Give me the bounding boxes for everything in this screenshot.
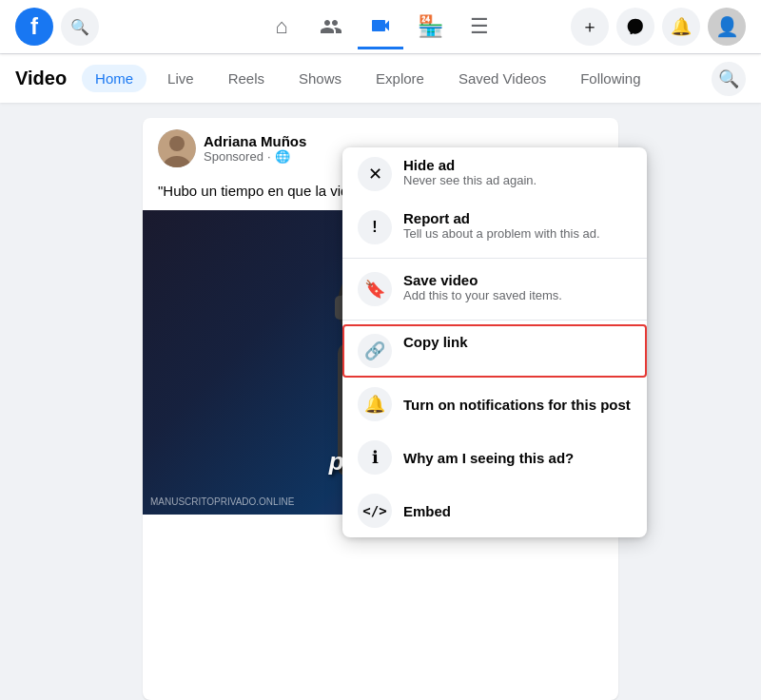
video-nav-button[interactable] — [358, 4, 403, 49]
svg-point-1 — [169, 136, 185, 151]
create-button[interactable]: ＋ — [571, 8, 609, 46]
report-ad-icon: ! — [358, 210, 392, 244]
user-name: Adriana Muños — [204, 133, 306, 149]
user-details: Adriana Muños Sponsored · 🌐 — [204, 133, 306, 164]
why-ad-icon: ℹ — [358, 440, 392, 475]
nav-right: ＋ 🔔 👤 — [556, 8, 746, 46]
nav-left: f 🔍 — [15, 8, 205, 46]
post-user-avatar — [158, 129, 196, 167]
tab-shows[interactable]: Shows — [285, 65, 355, 92]
main-content: Adriana Muños Sponsored · 🌐 ··· "Hubo un… — [0, 103, 761, 700]
tab-reels[interactable]: Reels — [215, 65, 278, 92]
menu-nav-button[interactable]: ☰ — [457, 4, 502, 49]
hide-ad-subtitle: Never see this ad again. — [403, 173, 537, 187]
embed-icon: </> — [358, 494, 392, 528]
report-ad-title: Report ad — [403, 210, 600, 226]
post-user-info: Adriana Muños Sponsored · 🌐 — [158, 129, 306, 167]
save-video-icon: 🔖 — [358, 272, 392, 306]
embed-menu-item[interactable]: </> Embed — [342, 484, 647, 537]
tab-following[interactable]: Following — [567, 65, 654, 92]
copy-link-icon: 🔗 — [358, 334, 392, 368]
hide-ad-icon: ✕ — [358, 157, 392, 191]
video-page-title: Video — [15, 68, 67, 89]
why-ad-menu-item[interactable]: ℹ Why am I seeing this ad? — [342, 431, 647, 484]
save-video-title: Save video — [403, 272, 562, 288]
why-ad-title: Why am I seeing this ad? — [403, 450, 574, 466]
save-video-subtitle: Add this to your saved items. — [403, 288, 562, 302]
notification-button[interactable]: 🔔 — [662, 8, 700, 46]
friends-nav-button[interactable] — [308, 4, 354, 49]
tab-search-button[interactable]: 🔍 — [712, 62, 746, 96]
home-nav-button[interactable]: ⌂ — [259, 4, 304, 49]
divider-2 — [342, 320, 647, 321]
hide-ad-menu-item[interactable]: ✕ Hide ad Never see this ad again. — [342, 147, 647, 201]
video-tabs-bar: Video Home Live Reels Shows Explore Save… — [0, 53, 761, 103]
sponsored-label: Sponsored — [204, 149, 263, 164]
tab-explore[interactable]: Explore — [362, 65, 438, 92]
hide-ad-title: Hide ad — [403, 157, 537, 173]
tab-home[interactable]: Home — [82, 65, 146, 92]
facebook-logo[interactable]: f — [15, 8, 53, 46]
messenger-button[interactable] — [616, 8, 654, 46]
notifications-title: Turn on notifications for this post — [403, 397, 631, 413]
notifications-icon: 🔔 — [358, 387, 392, 421]
separator-dot: · — [267, 149, 271, 164]
copy-link-title: Copy link — [403, 334, 468, 350]
top-navigation: f 🔍 ⌂ 🏪 ☰ ＋ 🔔 👤 — [0, 0, 761, 53]
marketplace-nav-button[interactable]: 🏪 — [407, 4, 453, 49]
report-ad-menu-item[interactable]: ! Report ad Tell us about a problem with… — [342, 201, 647, 254]
tab-saved-videos[interactable]: Saved Videos — [445, 65, 559, 92]
save-video-menu-item[interactable]: 🔖 Save video Add this to your saved item… — [342, 262, 647, 316]
notifications-menu-item[interactable]: 🔔 Turn on notifications for this post — [342, 378, 647, 431]
copy-link-menu-item[interactable]: 🔗 Copy link — [342, 324, 647, 378]
divider-1 — [342, 258, 647, 259]
dropdown-menu: ✕ Hide ad Never see this ad again. ! Rep… — [342, 147, 647, 537]
nav-center: ⌂ 🏪 ☰ — [205, 4, 556, 49]
search-button[interactable]: 🔍 — [61, 8, 99, 46]
tab-live[interactable]: Live — [154, 65, 207, 92]
post-meta: Sponsored · 🌐 — [204, 149, 306, 164]
globe-icon: 🌐 — [275, 149, 290, 164]
report-ad-subtitle: Tell us about a problem with this ad. — [403, 226, 600, 241]
user-avatar-nav[interactable]: 👤 — [708, 8, 746, 46]
embed-title: Embed — [403, 503, 451, 519]
watermark-text: MANUSCRITOPRIVADO.ONLINE — [150, 496, 294, 507]
